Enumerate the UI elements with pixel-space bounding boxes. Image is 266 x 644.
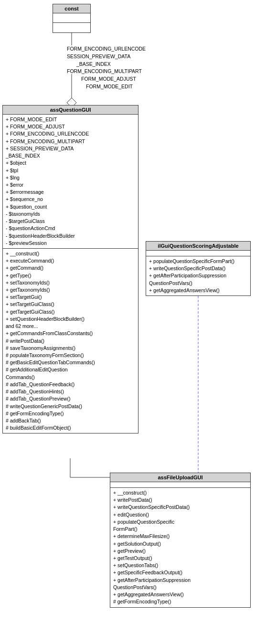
method-settargetgui: + setTargetGui() xyxy=(6,294,135,301)
scoring-box: ilGuiQuestionScoringAdjustable + populat… xyxy=(146,241,251,296)
scoring-method-writepostdata: + writeQuestionSpecificPostData() xyxy=(149,265,247,272)
attr-form-mode-edit: + FORM_MODE_EDIT xyxy=(6,116,135,123)
method-getadditionaleditquestion: # getAdditionalEditQuestion xyxy=(6,366,135,373)
attr-error: + $error xyxy=(6,181,135,189)
label-form-mode-adjust: FORM_MODE_ADJUST xyxy=(67,75,146,83)
diagram-container: const FORM_ENCODING_URLENCODE SESSION_PR… xyxy=(0,0,266,644)
scoring-method-getafterparticipation: + getAfterParticipationSuppression xyxy=(149,272,247,279)
method-getbasiceditquestiontabcommands: # getBasicEditQuestionTabCommands() xyxy=(6,359,135,366)
connector-labels: FORM_ENCODING_URLENCODE SESSION_PREVIEW_… xyxy=(67,45,146,91)
attr-object: + $object xyxy=(6,159,135,167)
attr-questionheaderblockbuilder: - $questionHeaderBlockBuilder xyxy=(6,232,135,240)
fu-method-getpreview: + getPreview() xyxy=(113,548,247,555)
attr-questionactioncmd: - $questionActionCmd xyxy=(6,225,135,232)
const-box: const xyxy=(53,4,91,33)
fu-method-populatequestionspecific: + populateQuestionSpecific xyxy=(113,518,247,526)
fu-method-getspecificfeedbackoutput: + getSpecificFeedbackOutput() xyxy=(113,569,247,576)
fu-method-determinemaxfilesize: + determineMaxFilesize() xyxy=(113,533,247,540)
file-upload-methods: + __construct() + writePostData() + writ… xyxy=(110,488,250,607)
attr-form-encoding-urlencode: + FORM_ENCODING_URLENCODE xyxy=(6,130,135,137)
attr-session-preview-data: + SESSION_PREVIEW_DATA xyxy=(6,145,135,152)
method-addtab-questionfeedback: # addTab_QuestionFeedback() xyxy=(6,381,135,388)
const-box-title: const xyxy=(53,4,90,13)
scoring-method-questionpostvars: QuestionPostVars() xyxy=(149,280,247,287)
attr-previewsession: - $previewSession xyxy=(6,240,135,247)
file-upload-box: assFileUploadGUI + __construct() + write… xyxy=(110,473,251,608)
method-getcommand: + getCommand() xyxy=(6,264,135,272)
const-box-section2 xyxy=(53,23,90,32)
method-populatetaxonomyformsection: # populateTaxonomyFormSection() xyxy=(6,352,135,359)
method-gettargetguiclass: + getTargetGuiClass() xyxy=(6,308,135,316)
method-and62more: and 62 more... xyxy=(6,323,135,330)
method-setquestionheaderblockbuilder: + setQuestionHeaderBlockBuilder() xyxy=(6,316,135,323)
ass-question-gui-methods: + __construct() + executeCommand() + get… xyxy=(3,249,138,433)
method-construct: + __construct() xyxy=(6,250,135,257)
attr-targetguiclass: - $targetGuiClass xyxy=(6,218,135,225)
ass-question-gui-title: assQuestionGUI xyxy=(3,106,138,115)
fu-method-getsolutionoutput: + getSolutionOutput() xyxy=(113,540,247,548)
attr-base-index: _BASE_INDEX xyxy=(6,152,135,159)
method-settargetguiclass: + setTargetGuiClass() xyxy=(6,301,135,308)
fu-method-writequestionspecificpostdata: + writeQuestionSpecificPostData() xyxy=(113,504,247,511)
attr-lng: + $lng xyxy=(6,174,135,181)
method-addtab-questionhints: # addTab_QuestionHints() xyxy=(6,388,135,395)
method-getcommandsfromclassconstants: + getCommandsFromClassConstants() xyxy=(6,330,135,337)
method-commands: Commands() xyxy=(6,374,135,381)
method-buildbasiceditformobject: # buildBasicEditFormObject() xyxy=(6,424,135,432)
scoring-box-title: ilGuiQuestionScoringAdjustable xyxy=(146,242,250,251)
label-form-encoding-multipart: FORM_ENCODING_MULTIPART xyxy=(67,68,146,75)
method-executecommand: + executeCommand() xyxy=(6,257,135,264)
fu-method-gettestoutput: + getTestOutput() xyxy=(113,555,247,562)
attr-tpl: + $tpl xyxy=(6,167,135,174)
fu-method-setquestiontabs: + setQuestionTabs() xyxy=(113,562,247,569)
file-upload-attributes xyxy=(110,482,250,488)
scoring-method-getaggregated: + getAggregatedAnswersView() xyxy=(149,287,247,294)
label-base-index: _BASE_INDEX xyxy=(67,61,146,68)
attr-question-count: + $question_count xyxy=(6,203,135,211)
fu-method-writepostdata: + writePostData() xyxy=(113,496,247,504)
fu-method-editquestion: + editQuestion() xyxy=(113,511,247,518)
scoring-box-attributes xyxy=(146,251,250,256)
method-addtab-questionpreview: # addTab_QuestionPreview() xyxy=(6,395,135,402)
attr-sequence-no: + $sequence_no xyxy=(6,196,135,203)
fu-method-questionpostvars: QuestionPostVars() xyxy=(113,584,247,591)
scoring-method-populate: + populateQuestionSpecificFormPart() xyxy=(149,258,247,265)
method-gettype: + getType() xyxy=(6,272,135,279)
method-settaxonomyids: + setTaxonomyIds() xyxy=(6,279,135,286)
fu-method-getformencodingtype: # getFormEncodingType() xyxy=(113,598,247,605)
method-writequestiongenericpostdata: # writeQuestionGenericPostData() xyxy=(6,403,135,410)
method-gettaxonomyids: + getTaxonomyIds() xyxy=(6,286,135,294)
method-savetaxonomyassignments: # saveTaxonomyAssignments() xyxy=(6,345,135,352)
scoring-box-methods: + populateQuestionSpecificFormPart() + w… xyxy=(146,256,250,296)
method-addbacktab: # addBackTab() xyxy=(6,417,135,424)
fu-method-formpart: FormPart() xyxy=(113,526,247,533)
attr-form-mode-adjust: + FORM_MODE_ADJUST xyxy=(6,123,135,130)
fu-method-getaggregated: + getAggregatedAnswersView() xyxy=(113,591,247,598)
attr-errormessage: + $errormessage xyxy=(6,189,135,196)
attr-taxonomyids: - $taxonomyIds xyxy=(6,211,135,218)
attr-form-encoding-multipart: + FORM_ENCODING_MULTIPART xyxy=(6,138,135,145)
method-getformencodingtype: # getFormEncodingType() xyxy=(6,410,135,417)
const-box-section1 xyxy=(53,13,90,23)
fu-method-getafterparticipation: + getAfterParticipationSuppression xyxy=(113,577,247,584)
label-form-mode-edit: FORM_MODE_EDIT xyxy=(67,83,146,91)
label-session-preview-data: SESSION_PREVIEW_DATA xyxy=(67,53,146,61)
fu-method-construct: + __construct() xyxy=(113,489,247,496)
method-writepostdata: # writePostData() xyxy=(6,338,135,345)
label-form-encoding-urlencode: FORM_ENCODING_URLENCODE xyxy=(67,45,146,53)
ass-question-gui-attributes: + FORM_MODE_EDIT + FORM_MODE_ADJUST + FO… xyxy=(3,115,138,249)
ass-question-gui-box: assQuestionGUI + FORM_MODE_EDIT + FORM_M… xyxy=(2,105,138,433)
file-upload-box-title: assFileUploadGUI xyxy=(110,473,250,482)
